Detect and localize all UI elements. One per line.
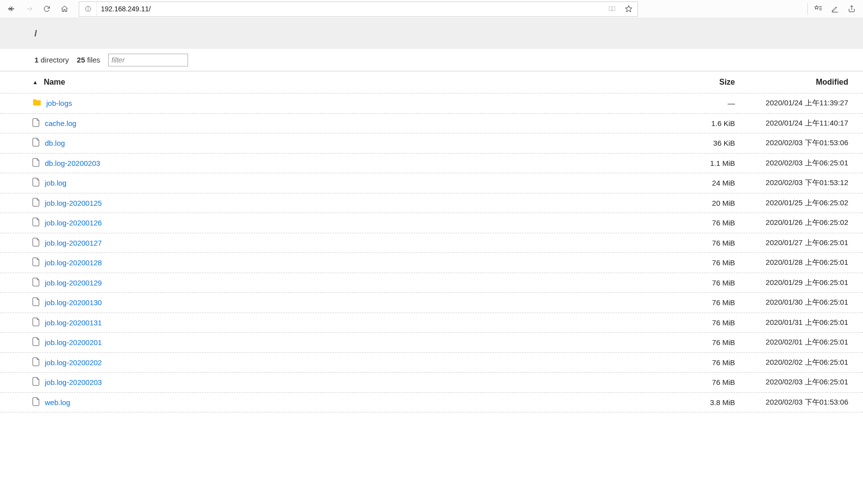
svg-marker-3 (625, 5, 632, 12)
sort-asc-icon: ▲ (32, 79, 38, 85)
reading-icon (608, 5, 616, 13)
folder-icon (32, 99, 41, 107)
favorites-list-button[interactable] (810, 1, 827, 17)
file-link[interactable]: job.log (45, 179, 66, 187)
arrow-right-icon (25, 5, 33, 13)
table-row: job.log-2020012520 MiB2020/01/25 上午06:25… (0, 193, 863, 214)
forward-button[interactable] (21, 1, 37, 17)
modified-cell: 2020/01/25 上午06:25:02 (735, 198, 848, 208)
directory-count: 1 directory (34, 56, 69, 64)
size-cell: 3.8 MiB (671, 398, 735, 407)
file-icon (32, 238, 40, 248)
arrow-left-icon (7, 5, 15, 13)
table-row: job.log-2020020376 MiB2020/02/03 上午06:25… (0, 373, 863, 393)
table-row: job.log-2020020176 MiB2020/02/01 上午06:25… (0, 333, 863, 353)
file-link[interactable]: job.log-20200202 (45, 358, 102, 367)
info-icon (85, 5, 92, 12)
size-cell: 1.6 KiB (671, 119, 735, 127)
size-cell: 76 MiB (671, 338, 735, 346)
table-row: db.log36 KiB2020/02/03 下午01:53:06 (0, 133, 863, 154)
star-icon (625, 5, 633, 13)
file-link[interactable]: job.log-20200125 (45, 199, 102, 207)
table-row: db.log-202002031.1 MiB2020/02/03 上午06:25… (0, 154, 863, 174)
refresh-button[interactable] (38, 1, 55, 17)
modified-cell: 2020/01/31 上午06:25:01 (735, 318, 848, 327)
favorite-button[interactable] (620, 1, 638, 17)
stats-bar: 1 directory 25 files (0, 49, 863, 71)
modified-cell: 2020/02/03 下午01:53:06 (735, 138, 848, 148)
file-icon (32, 357, 40, 368)
size-cell: 76 MiB (671, 279, 735, 287)
size-cell: 76 MiB (671, 378, 735, 386)
file-link[interactable]: job.log-20200126 (45, 219, 102, 227)
size-cell: 76 MiB (671, 298, 735, 307)
modified-header[interactable]: Modified (735, 78, 848, 87)
table-row: job.log-2020013176 MiB2020/01/31 上午06:25… (0, 313, 863, 333)
modified-cell: 2020/02/03 下午01:53:06 (735, 398, 848, 407)
dir-count-num: 1 (34, 56, 38, 64)
modified-cell: 2020/01/29 上午06:25:01 (735, 278, 848, 287)
share-button[interactable] (843, 1, 860, 17)
modified-cell: 2020/02/03 上午06:25:01 (735, 158, 848, 168)
size-cell: 36 KiB (671, 139, 735, 147)
file-icon (32, 118, 40, 128)
file-count: 25 files (77, 56, 100, 64)
file-icon (32, 297, 40, 308)
pen-icon (831, 5, 839, 13)
file-link[interactable]: job.log-20200127 (45, 239, 102, 247)
file-link[interactable]: job.log-20200129 (45, 279, 102, 287)
file-link[interactable]: job.log-20200128 (45, 258, 102, 267)
table-row: cache.log1.6 KiB2020/01/24 上午11:40:17 (0, 114, 863, 134)
table-row: job.log24 MiB2020/02/03 下午01:53:12 (0, 173, 863, 193)
table-row: job.log-2020013076 MiB2020/01/30 上午06:25… (0, 293, 863, 313)
file-icon (32, 337, 40, 347)
filter-input[interactable] (108, 54, 188, 66)
table-row: job.log-2020020276 MiB2020/02/02 上午06:25… (0, 353, 863, 373)
svg-point-2 (88, 7, 88, 8)
table-row: job.log-2020012876 MiB2020/01/28 上午06:25… (0, 253, 863, 273)
file-icon (32, 158, 40, 168)
dir-count-label: directory (41, 56, 69, 64)
table-row: job.log-2020012976 MiB2020/01/29 上午06:25… (0, 273, 863, 293)
file-link[interactable]: db.log-20200203 (45, 159, 100, 167)
size-cell: 76 MiB (671, 239, 735, 247)
file-link[interactable]: job.log-20200203 (45, 378, 102, 386)
site-info-button[interactable] (79, 2, 97, 16)
file-icon (32, 397, 40, 408)
address-bar[interactable]: 192.168.249.11/ (79, 1, 638, 17)
modified-cell: 2020/02/03 上午06:25:01 (735, 378, 848, 387)
file-link[interactable]: job.log-20200201 (45, 338, 102, 346)
table-row: job.log-2020012776 MiB2020/01/27 上午06:25… (0, 233, 863, 253)
file-icon (32, 218, 40, 228)
file-icon (32, 198, 40, 208)
modified-cell: 2020/02/03 下午01:53:12 (735, 178, 848, 188)
file-icon (32, 138, 40, 148)
back-button[interactable] (3, 1, 20, 17)
table-row: job.log-2020012676 MiB2020/01/26 上午06:25… (0, 213, 863, 233)
file-link[interactable]: web.log (45, 398, 70, 407)
table-row: web.log3.8 MiB2020/02/03 下午01:53:06 (0, 393, 863, 413)
file-link[interactable]: cache.log (45, 119, 76, 127)
name-header[interactable]: ▲ Name (32, 78, 671, 87)
file-link[interactable]: job.log-20200131 (45, 318, 102, 327)
folder-link[interactable]: job-logs (46, 99, 72, 107)
toolbar-divider (807, 3, 808, 15)
file-icon (32, 317, 40, 328)
toolbar-right (805, 1, 860, 17)
size-cell: 76 MiB (671, 258, 735, 267)
modified-cell: 2020/01/30 上午06:25:01 (735, 298, 848, 307)
modified-cell: 2020/01/24 上午11:40:17 (735, 119, 848, 128)
size-cell: 76 MiB (671, 219, 735, 227)
home-icon (61, 5, 68, 13)
modified-cell: 2020/02/02 上午06:25:01 (735, 358, 848, 367)
url-text[interactable]: 192.168.249.11/ (97, 5, 604, 13)
file-link[interactable]: job.log-20200130 (45, 298, 102, 307)
size-cell: 20 MiB (671, 199, 735, 207)
size-cell: 76 MiB (671, 318, 735, 327)
notes-button[interactable] (827, 1, 843, 17)
file-icon (32, 257, 40, 268)
reading-view-button[interactable] (604, 1, 620, 17)
size-header[interactable]: Size (671, 78, 735, 87)
home-button[interactable] (56, 1, 73, 17)
file-link[interactable]: db.log (45, 139, 65, 147)
